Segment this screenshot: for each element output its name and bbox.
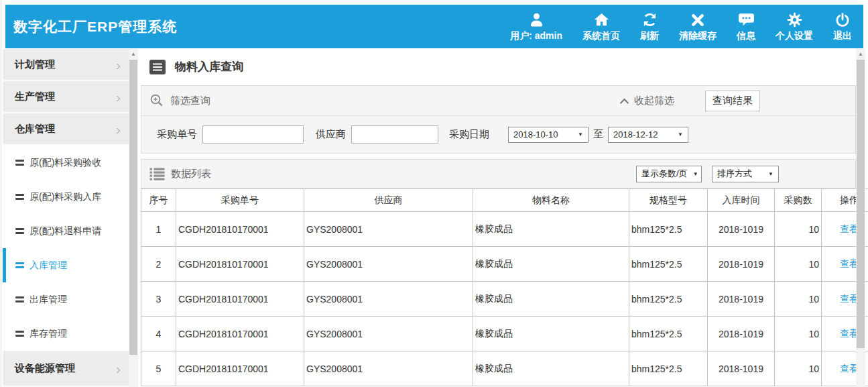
scroll-up-arrow-icon[interactable]: ▲ (856, 51, 865, 58)
sidebar-item-inbound-mgmt-active[interactable]: 入库管理 (3, 248, 129, 282)
filter-title: 筛选查询 (170, 95, 210, 107)
message-icon (738, 11, 755, 28)
collapse-filter-label: 收起筛选 (634, 95, 674, 107)
filter-header-row: 筛选查询 收起筛选 查询结果 (141, 86, 855, 116)
sidebar-item-outbound-mgmt[interactable]: 出库管理 (3, 282, 129, 317)
page-size-value: 显示条数/页 (641, 168, 688, 180)
cell-spec: bhm125*2.5 (629, 282, 708, 317)
page-size-select[interactable]: 显示条数/页 ▼ (636, 166, 702, 182)
cell-seq: 5 (141, 351, 176, 386)
table-row: 4 CGDH201810170001 GYS2008001 橡胶成品 bhm12… (141, 317, 868, 351)
nav-message[interactable]: 信息 (727, 5, 765, 48)
sidebar-section-label: 仓库管理 (15, 123, 55, 135)
nav-settings[interactable]: 个人设置 (765, 5, 823, 48)
collapse-filter-toggle[interactable]: 收起筛选 (619, 95, 674, 107)
cell-seq: 2 (141, 247, 176, 282)
list-panel-icon (149, 58, 166, 76)
date-to-select[interactable]: 2018-12-12 ▼ (608, 127, 688, 143)
sidebar-item-plan-mgmt[interactable]: 计划管理 › (3, 49, 129, 81)
page-title-bar: 物料入库查询 (141, 48, 856, 85)
purchase-no-label: 采购单号 (157, 128, 197, 141)
supplier-label: 供应商 (316, 128, 346, 141)
sidebar-section-label: 计划管理 (15, 58, 55, 71)
sidebar-item-raw-material-inbound[interactable]: 原(配)料采购入库 (3, 180, 129, 214)
main-content: 物料入库查询 筛选查询 收起筛选 (141, 48, 868, 387)
query-result-button[interactable]: 查询结果 (705, 91, 760, 111)
nav-logout[interactable]: 退出 (823, 5, 862, 48)
purchase-date-label: 采购日期 (449, 128, 489, 141)
sidebar-subitem-label: 原(配)料采购验收 (29, 157, 101, 169)
window-left-edge (1, 0, 1, 387)
cell-supplier: GYS2008001 (304, 351, 473, 386)
clear-cache-x-icon (690, 11, 706, 28)
purchase-no-input[interactable] (202, 125, 304, 144)
menu-bars-icon (15, 295, 24, 305)
table-row: 3 CGDH201810170001 GYS2008001 橡胶成品 bhm12… (141, 282, 868, 317)
nav-clear-cache[interactable]: 清除缓存 (669, 5, 727, 48)
sort-order-select[interactable]: 排序方式 ▼ (712, 166, 779, 182)
select-dropdown-arrow-icon: ▼ (768, 171, 773, 177)
sidebar-subitem-label: 入库管理 (29, 260, 67, 272)
cell-material: 橡胶成品 (473, 317, 629, 351)
home-icon (593, 11, 610, 28)
nav-user[interactable]: 用户: admin (500, 5, 572, 48)
cell-order-no: CGDH201810170001 (176, 247, 304, 282)
col-header-order-no: 采购单号 (176, 189, 304, 212)
cell-qty: 10 (775, 247, 822, 282)
nav-home[interactable]: 系统首页 (572, 5, 630, 48)
sidebar-section-label: 生产管理 (15, 91, 55, 103)
cell-intake-time: 2018-1019 (708, 317, 775, 351)
nav-settings-label: 个人设置 (776, 30, 813, 42)
nav-refresh-label: 刷新 (640, 30, 659, 42)
cell-seq: 1 (141, 212, 176, 247)
cell-order-no: CGDH201810170001 (176, 317, 304, 351)
page-scrollbar-thumb[interactable] (857, 60, 865, 348)
cell-material: 橡胶成品 (473, 282, 629, 317)
cell-intake-time: 2018-1019 (708, 282, 775, 317)
top-navigation: 用户: admin 系统首页 刷新 (500, 5, 862, 48)
settings-gear-icon (786, 11, 803, 28)
col-header-spec: 规格型号 (629, 189, 708, 212)
cell-supplier: GYS2008001 (304, 212, 473, 247)
cell-intake-time: 2018-1019 (708, 247, 775, 282)
cell-spec: bhm125*2.5 (629, 247, 708, 282)
cell-order-no: CGDH201810170001 (176, 282, 304, 317)
page-scrollbar[interactable]: ▲ (856, 49, 865, 387)
menu-bars-icon (15, 261, 24, 270)
select-dropdown-arrow-icon: ▼ (693, 171, 698, 177)
select-dropdown-arrow-icon: ▼ (678, 131, 683, 137)
cell-supplier: GYS2008001 (304, 247, 473, 282)
menu-bars-icon (15, 158, 24, 168)
nav-home-label: 系统首页 (582, 30, 620, 42)
date-from-select[interactable]: 2018-10-10 ▼ (508, 127, 588, 143)
menu-bars-icon (15, 227, 24, 236)
sidebar-scrollbar-thumb[interactable] (129, 60, 137, 355)
supplier-input[interactable] (351, 125, 438, 144)
col-header-intake-time: 入库时间 (708, 189, 775, 212)
date-from-value: 2018-10-10 (513, 129, 558, 140)
sidebar-item-production-mgmt[interactable]: 生产管理 › (3, 81, 129, 113)
col-header-seq: 序号 (141, 189, 176, 212)
inbound-query-table: 序号 采购单号 供应商 物料名称 规格型号 入库时间 采购数 操作 1 CGDH… (141, 188, 868, 386)
zoom-search-icon (149, 93, 165, 109)
nav-refresh[interactable]: 刷新 (630, 5, 669, 48)
nav-message-label: 信息 (737, 30, 755, 42)
sidebar-scrollbar[interactable]: ▲ (129, 49, 138, 387)
sort-order-value: 排序方式 (717, 168, 752, 180)
cell-order-no: CGDH201810170001 (176, 212, 304, 247)
filter-fields-row: 采购单号 供应商 采购日期 2018-10-10 ▼ 至 2018-12-12 … (141, 116, 855, 153)
sidebar-subitem-label: 原(配)料采购入库 (29, 191, 101, 203)
col-header-supplier: 供应商 (304, 189, 473, 212)
sidebar-item-equipment-energy-mgmt[interactable]: 设备能源管理 › (3, 351, 129, 387)
cell-qty: 10 (775, 282, 822, 317)
sidebar-item-warehouse-mgmt[interactable]: 仓库管理 › (3, 113, 129, 146)
scroll-up-arrow-icon[interactable]: ▲ (129, 51, 138, 58)
sidebar-item-inventory-mgmt[interactable]: 库存管理 (3, 317, 129, 351)
data-list-title: 数据列表 (171, 168, 211, 180)
cell-supplier: GYS2008001 (304, 317, 473, 351)
col-header-qty: 采购数 (775, 189, 822, 212)
data-list-icon (149, 166, 165, 182)
sidebar-item-raw-material-return[interactable]: 原(配)料退料申请 (3, 214, 129, 248)
sidebar-item-raw-material-acceptance[interactable]: 原(配)料采购验收 (3, 146, 129, 180)
chevron-right-icon: › (116, 58, 121, 72)
